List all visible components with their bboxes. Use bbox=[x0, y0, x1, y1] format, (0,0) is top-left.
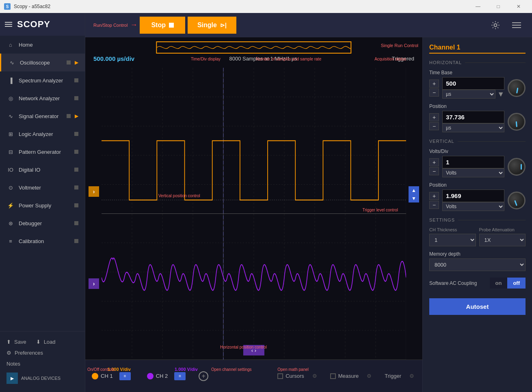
hamburger-line-1 bbox=[5, 22, 12, 23]
ch1-settings-button[interactable]: ≡ bbox=[119, 372, 131, 380]
v-position-minus[interactable]: − bbox=[429, 201, 439, 209]
v-pos-ch2-button[interactable]: › bbox=[89, 278, 99, 289]
right-panel: Channel 1 HORIZONTAL Time Base + − bbox=[422, 37, 532, 392]
probe-att-select[interactable]: 1X 10X 100X bbox=[479, 234, 526, 246]
volts-div-input-group: Volts mV bbox=[442, 156, 504, 177]
v-position-knob[interactable] bbox=[508, 192, 526, 209]
main-content: Run/Stop Control → Stop Single ⊳| bbox=[85, 13, 532, 392]
sidebar-item-spectrum[interactable]: ▐ Spectrum Analyzer bbox=[0, 71, 85, 89]
v-position-input-group: Volts mV bbox=[442, 190, 504, 211]
sidebar-label-oscilloscope: Oscilloscope bbox=[20, 60, 63, 66]
time-base-minus[interactable]: − bbox=[429, 88, 439, 97]
volts-div-unit-select[interactable]: Volts mV bbox=[442, 168, 504, 177]
h-position-minus[interactable]: − bbox=[429, 122, 439, 130]
maximize-button[interactable]: □ bbox=[489, 0, 508, 13]
minimize-button[interactable]: — bbox=[469, 0, 487, 13]
sidebar-label-spectrum: Spectrum Analyzer bbox=[19, 78, 70, 84]
ch2-settings-button[interactable]: ≡ bbox=[174, 372, 186, 380]
trigger-settings[interactable]: ⚙ bbox=[409, 373, 414, 379]
sidebar-item-calibration[interactable]: ≡ Calibration bbox=[0, 232, 85, 250]
v-position-unit-select[interactable]: Volts mV bbox=[442, 202, 504, 211]
scopy-logo: SCOPY bbox=[17, 19, 50, 30]
sidebar-item-debugger[interactable]: ⊛ Debugger bbox=[0, 214, 85, 232]
v-position-input[interactable] bbox=[442, 190, 504, 202]
settings-icon-btn[interactable] bbox=[488, 18, 503, 32]
run-stop-annotation: Run/Stop Control bbox=[93, 23, 128, 28]
v-position-plus-minus: + − bbox=[429, 192, 439, 209]
volts-div-input[interactable] bbox=[442, 156, 504, 168]
ac-coupling-off-button[interactable]: off bbox=[507, 278, 526, 289]
time-base-unit-select[interactable]: µs ms s bbox=[442, 90, 495, 99]
sidebar-item-signal[interactable]: ∿ Signal Generator ▶ bbox=[0, 107, 85, 125]
close-button[interactable]: ✕ bbox=[509, 0, 528, 13]
h-position-knob[interactable] bbox=[508, 113, 526, 131]
autoset-button[interactable]: Autoset bbox=[429, 298, 526, 315]
single-button[interactable]: Single ⊳| bbox=[188, 17, 236, 34]
channel-divider bbox=[429, 53, 526, 54]
add-channel-button[interactable]: + bbox=[199, 371, 208, 381]
h-position-plus[interactable]: + bbox=[429, 113, 439, 121]
time-base-dropdown-arrow[interactable]: ▼ bbox=[497, 90, 504, 99]
scroll-up-button[interactable]: ▲ bbox=[409, 186, 419, 194]
v-pos-ch1-button[interactable]: › bbox=[89, 186, 99, 197]
debugger-indicator bbox=[74, 221, 78, 225]
svg-point-0 bbox=[494, 24, 497, 26]
v-position-knob-indicator bbox=[514, 200, 517, 206]
ch2-vdiv-label: 1.000 V/div bbox=[175, 367, 198, 372]
notes-item[interactable]: Notes bbox=[6, 358, 78, 369]
trigger-label: Trigger bbox=[385, 373, 401, 379]
memory-depth-select[interactable]: 8000 16000 32000 bbox=[429, 258, 526, 271]
h-position-unit-row: µs ms s bbox=[442, 123, 504, 132]
digital-indicator bbox=[74, 168, 78, 172]
time-base-knob[interactable] bbox=[508, 79, 526, 97]
stop-button[interactable]: Stop bbox=[140, 17, 185, 34]
home-icon: ⌂ bbox=[6, 41, 15, 49]
sidebar-item-logic[interactable]: ⊞ Logic Analyzer bbox=[0, 125, 85, 143]
trigger-control[interactable]: Trigger bbox=[385, 373, 401, 379]
sidebar-item-voltmeter[interactable]: ⊙ Voltmeter bbox=[0, 179, 85, 196]
h-position-unit-select[interactable]: µs ms s bbox=[442, 123, 504, 132]
single-run-annotation: Single Run Control bbox=[381, 43, 418, 48]
sidebar-item-network[interactable]: ◎ Network Analyzer bbox=[0, 89, 85, 107]
scroll-down-button[interactable]: ▼ bbox=[409, 194, 419, 202]
volts-div-knob[interactable] bbox=[508, 158, 526, 176]
cursors-control[interactable]: Cursors bbox=[277, 373, 304, 379]
measure-settings[interactable]: ⚙ bbox=[367, 373, 372, 379]
hamburger-menu[interactable] bbox=[5, 22, 12, 27]
scope-grid-svg bbox=[102, 68, 406, 360]
h-pos-button[interactable]: ‹ › bbox=[243, 345, 264, 355]
cursors-checkbox[interactable] bbox=[277, 373, 283, 379]
sidebar-item-power[interactable]: ⚡ Power Supply bbox=[0, 196, 85, 214]
ch2-toggle[interactable]: CH 2 bbox=[147, 373, 168, 379]
volts-div-minus[interactable]: − bbox=[429, 167, 439, 175]
volts-div-knob-container bbox=[508, 158, 526, 176]
measure-checkbox[interactable] bbox=[330, 373, 336, 379]
ch1-toggle[interactable]: CH 1 bbox=[92, 373, 113, 379]
sidebar-item-pattern[interactable]: ⊟ Pattern Generator bbox=[0, 143, 85, 161]
ac-coupling-on-button[interactable]: on bbox=[490, 278, 508, 289]
horizontal-section-label: HORIZONTAL bbox=[429, 60, 526, 65]
cursors-settings[interactable]: ⚙ bbox=[312, 373, 317, 379]
h-position-input[interactable] bbox=[442, 111, 504, 123]
acquisition-status: Triggered bbox=[392, 56, 414, 62]
preferences-item[interactable]: ⚙ Preferences bbox=[6, 347, 78, 358]
sidebar-item-oscilloscope[interactable]: ∿ Oscilloscope ▶ bbox=[0, 54, 85, 71]
probe-att-col: Probe Attenuation 1X 10X 100X bbox=[479, 227, 526, 246]
save-item[interactable]: ⬆ Save ⬇ Load bbox=[6, 336, 78, 347]
v-position-plus[interactable]: + bbox=[429, 192, 439, 200]
ch-thickness-select[interactable]: 1 2 3 bbox=[429, 234, 476, 246]
sidebar-item-digital[interactable]: IO Digital IO bbox=[0, 161, 85, 179]
memory-depth-section: Memory depth 8000 16000 32000 bbox=[429, 251, 526, 271]
sidebar-label-calibration: Calibration bbox=[19, 238, 70, 244]
time-base-input[interactable] bbox=[442, 77, 504, 90]
ch-thickness-label: CH Thickness bbox=[429, 227, 476, 232]
vertical-pos-ch2: › bbox=[89, 278, 99, 289]
window-title: Scopy - a55ac82 bbox=[14, 4, 465, 9]
save-icon: ⬆ bbox=[6, 339, 11, 345]
volts-div-plus[interactable]: + bbox=[429, 158, 439, 166]
h-position-plus-minus: + − bbox=[429, 113, 439, 130]
time-base-plus[interactable]: + bbox=[429, 80, 439, 88]
measure-control[interactable]: Measure bbox=[330, 373, 359, 379]
menu-icon-btn[interactable] bbox=[509, 18, 524, 32]
sidebar-item-home[interactable]: ⌂ Home bbox=[0, 36, 85, 54]
